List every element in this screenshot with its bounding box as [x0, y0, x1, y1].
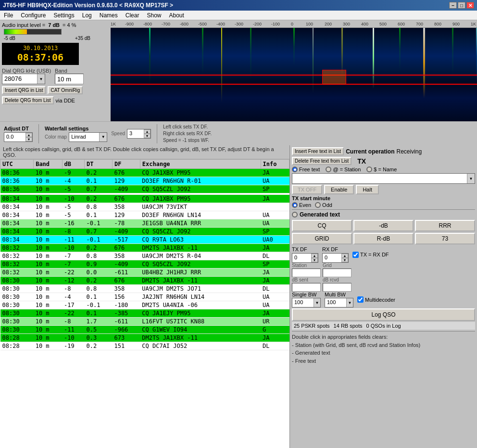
- db-rcvd-input[interactable]: [323, 283, 351, 292]
- gen-text-radio-btn[interactable]: [292, 212, 298, 218]
- table-cell-dt: 0.9: [85, 260, 113, 269]
- menu-item-configure[interactable]: Configure: [17, 11, 50, 20]
- menu-item-clear[interactable]: Clear: [122, 11, 143, 20]
- table-row[interactable]: 08:3210 m-70.8358UA9CJM DM2TS R-04DL: [0, 252, 289, 260]
- dt-spinner[interactable]: 0.0 ▲ ▼: [4, 132, 33, 142]
- receiving-label: Receiving: [397, 148, 422, 155]
- rx-df-up[interactable]: ▲: [341, 254, 348, 258]
- log-qso-button[interactable]: Log QSO: [292, 308, 475, 321]
- table-row[interactable]: 08:3610 m-50.7-409CQ SQ5CZL JO92SP: [0, 185, 289, 193]
- halt-button[interactable]: Halt: [356, 185, 379, 194]
- freq-combo[interactable]: 28076 ▼: [2, 74, 45, 84]
- enable-button[interactable]: Enable: [324, 185, 354, 194]
- minimize-button[interactable]: –: [449, 2, 457, 9]
- table-row[interactable]: 08:3010 m-80.8358UA9CJM DM2TS JO71DL: [0, 285, 289, 293]
- close-button[interactable]: ✕: [466, 2, 474, 9]
- free-text-radio[interactable]: Free text: [292, 166, 320, 172]
- free-text-combo[interactable]: ▼: [292, 173, 475, 184]
- dt-down-btn[interactable]: ▼: [25, 137, 32, 141]
- station-radio[interactable]: @ = Station: [326, 166, 361, 172]
- table-row[interactable]: 08:3410 m-50.8358UA9CJM 73VIKT: [0, 203, 289, 211]
- table-row[interactable]: 08:3410 m-16-0.1-78JE1GSB UA4NIA RRRUA: [0, 219, 289, 228]
- cq-button[interactable]: CQ: [292, 220, 352, 231]
- table-row[interactable]: 08:3010 m-17-0.1-180DM2TS UA4NIA -06UA: [0, 301, 289, 309]
- table-row[interactable]: 08:2810 m-100.3673DM2TS JA1XBX -11JA: [0, 334, 289, 342]
- rrr-button[interactable]: RRR: [415, 220, 475, 231]
- station-radio-btn[interactable]: [326, 166, 331, 172]
- multidecoder-checkbox[interactable]: [357, 296, 364, 303]
- speed-down-btn[interactable]: ▼: [144, 134, 151, 138]
- table-row[interactable]: 08:3610 m-40.1129DO3EF RN6HGN R-01UA: [0, 177, 289, 185]
- rx-df-spinner[interactable]: 0 ▲ ▼: [322, 253, 349, 263]
- table-row[interactable]: 08:3210 m-70.9-409CQ SQ5CZL JO92SP: [0, 260, 289, 269]
- single-bw-arrow[interactable]: ▼: [314, 298, 320, 307]
- decode-table[interactable]: UTCBanddBDTDFExchangeInfo 08:3610 m-90.2…: [0, 159, 289, 448]
- table-cell-exchange: UA9CJM 73VIKT: [140, 203, 261, 211]
- table-row[interactable]: 08:3410 m-11-0.1-517CQ R9TA LO63UA0: [0, 236, 289, 244]
- grid-button[interactable]: GRID: [292, 233, 352, 244]
- dt-up-btn[interactable]: ▲: [25, 133, 32, 137]
- colormap-arrow[interactable]: ▼: [99, 133, 107, 141]
- insert-free-text-button[interactable]: Insert Free text in List: [292, 147, 344, 155]
- single-bw-combo[interactable]: 100 ▼: [292, 298, 321, 307]
- insert-qrg-button[interactable]: Insert QRG in List: [2, 86, 46, 94]
- odd-radio[interactable]: Odd: [315, 202, 332, 208]
- name-radio[interactable]: $ = Name: [366, 166, 397, 172]
- tx-df-spinner[interactable]: 0 ▲ ▼: [292, 253, 318, 263]
- speed-spinner[interactable]: 3 ▲ ▼: [127, 129, 151, 139]
- freq-dropdown-arrow[interactable]: ▼: [37, 74, 45, 84]
- multi-bw-arrow[interactable]: ▼: [346, 298, 353, 307]
- table-row[interactable]: 08:3410 m-100.2676CQ JA1XBX PM95JA: [0, 195, 289, 203]
- menu-item-log[interactable]: Log: [78, 11, 96, 20]
- station-grid-row: Station Grid: [292, 263, 475, 277]
- table-row[interactable]: 08:3410 m-80.7-409CQ SQ5CZL JO92SP: [0, 228, 289, 236]
- table-cell-utc: 08:36: [0, 169, 34, 177]
- table-row[interactable]: 08:3210 m-220.0-611UB4HBZ JH1HRJ RRRJA: [0, 269, 289, 277]
- table-cell-dt: 0.2: [85, 277, 113, 285]
- freq-tick-600p: 600: [398, 22, 405, 26]
- table-row[interactable]: 08:3010 m-220.1-385CQ JA1EJY PM95JA: [0, 309, 289, 318]
- table-row[interactable]: 08:2810 m-190.2151CQ DC7AI JO52DL: [0, 342, 289, 350]
- table-row[interactable]: 08:3010 m-120.2676DM2TS JA1XBX -11JA: [0, 277, 289, 285]
- speed-up-btn[interactable]: ▲: [144, 129, 151, 134]
- odd-radio-btn[interactable]: [315, 202, 321, 208]
- station-input[interactable]: [292, 269, 321, 277]
- name-radio-btn[interactable]: [366, 166, 372, 172]
- tx-df-up[interactable]: ▲: [311, 254, 318, 258]
- free-text-radio-btn[interactable]: [292, 166, 298, 172]
- menu-item-about[interactable]: About: [165, 11, 188, 20]
- rdb-button[interactable]: R-dB: [353, 233, 414, 244]
- tx-rx-df-checkbox[interactable]: [352, 252, 359, 258]
- table-row[interactable]: 08:3010 m-81.7-611L16FVT US7ITC KN88UR: [0, 318, 289, 326]
- free-text-combo-arrow[interactable]: ▼: [467, 174, 475, 183]
- tx-off-button[interactable]: TX OFF: [292, 185, 322, 194]
- menu-item-names[interactable]: Names: [96, 11, 122, 20]
- table-cell-band: 10 m: [34, 301, 62, 309]
- 73-button[interactable]: 73: [415, 233, 475, 244]
- db-button[interactable]: -dB: [353, 220, 414, 231]
- cat-omnirig-button[interactable]: CAT OmniRig: [48, 86, 83, 94]
- even-radio-btn[interactable]: [292, 202, 298, 208]
- grid-input[interactable]: [323, 269, 351, 277]
- waterfall-canvas[interactable]: [111, 28, 477, 121]
- table-cell-exchange: CQ SQ5CZL JO92: [140, 228, 261, 236]
- db-sent-input[interactable]: [292, 283, 321, 292]
- table-row[interactable]: 08:3010 m-110.5-966CQ G1WEV IO94G: [0, 326, 289, 334]
- table-row[interactable]: 08:3010 m-40.1156JA2JNT RN6HGN LN14UA: [0, 293, 289, 301]
- tx-df-down[interactable]: ▼: [311, 258, 318, 262]
- db-min: -5 dB: [4, 36, 15, 41]
- menu-item-settings[interactable]: Settings: [50, 11, 78, 20]
- multi-bw-combo[interactable]: 100 ▼: [325, 298, 353, 307]
- current-operation-label: Current operation: [346, 148, 394, 155]
- colormap-combo[interactable]: Linrad ▼: [69, 132, 107, 142]
- delete-qrg-button[interactable]: Delete QRG from List: [2, 96, 54, 104]
- delete-free-text-button[interactable]: Delete Free text from List: [292, 157, 351, 165]
- rx-df-down[interactable]: ▼: [341, 258, 348, 262]
- menu-item-show[interactable]: Show: [143, 11, 165, 20]
- table-row[interactable]: 08:3610 m-90.2676CQ JA1XBX PM95JA: [0, 169, 289, 177]
- table-row[interactable]: 08:3210 m-100.2676DM2TS JA1XBX -11JA: [0, 244, 289, 252]
- table-row[interactable]: 08:3410 m-50.1129DO3EF RN6HGN LN14UA: [0, 211, 289, 219]
- maximize-button[interactable]: □: [458, 2, 465, 9]
- even-radio[interactable]: Even: [292, 202, 311, 208]
- menu-item-file[interactable]: File: [0, 11, 17, 20]
